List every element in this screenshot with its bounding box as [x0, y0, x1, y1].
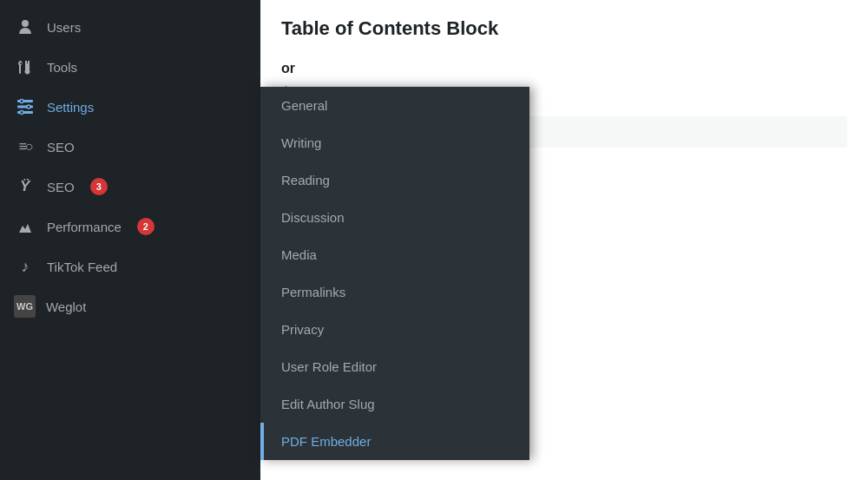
page-title: Table of Contents Block: [281, 17, 847, 40]
svg-point-3: [20, 100, 23, 103]
tools-icon: [14, 56, 36, 78]
sidebar-label-settings: Settings: [47, 100, 94, 115]
submenu-item-pdf-embedder[interactable]: PDF Embedder: [260, 423, 529, 460]
sidebar-item-performance[interactable]: Performance 2: [0, 207, 260, 247]
sidebar-label-weglot: Weglot: [46, 299, 86, 314]
sidebar-item-tiktok[interactable]: ♪ TikTok Feed: [0, 247, 260, 286]
submenu-item-writing[interactable]: Writing: [260, 124, 529, 161]
section-heading: or: [281, 61, 847, 76]
yoast-icon: Ÿ: [14, 175, 36, 198]
sidebar-label-users: Users: [47, 20, 81, 35]
sidebar-item-users[interactable]: Users: [0, 7, 260, 47]
performance-badge: 2: [137, 218, 155, 235]
sidebar-item-seo-yoast[interactable]: Ÿ SEO 3: [0, 167, 260, 207]
seo-top-icon: ≡○: [14, 135, 36, 158]
weglot-icon: WG: [14, 295, 36, 318]
sidebar-label-seo-yoast: SEO: [47, 180, 75, 194]
submenu-item-reading[interactable]: Reading: [260, 161, 529, 199]
sidebar-item-tools[interactable]: Tools: [0, 47, 260, 87]
submenu-item-edit-author-slug[interactable]: Edit Author Slug: [260, 385, 529, 423]
performance-icon: [14, 215, 36, 238]
users-icon: [14, 16, 36, 38]
sidebar-label-performance: Performance: [47, 220, 122, 234]
sidebar-label-seo-top: SEO: [47, 140, 75, 155]
submenu-item-privacy[interactable]: Privacy: [260, 311, 529, 348]
settings-icon: [14, 95, 36, 118]
sidebar: Users Tools Settings General: [0, 0, 260, 480]
svg-point-4: [27, 105, 30, 108]
sidebar-label-tiktok: TikTok Feed: [47, 260, 117, 274]
sidebar-label-tools: Tools: [47, 60, 77, 75]
settings-submenu: General Writing Reading Discussion Media…: [260, 87, 529, 460]
submenu-item-media[interactable]: Media: [260, 236, 529, 273]
submenu-item-permalinks[interactable]: Permalinks: [260, 273, 529, 311]
submenu-item-discussion[interactable]: Discussion: [260, 199, 529, 236]
tiktok-icon: ♪: [14, 255, 36, 278]
sidebar-item-seo-top[interactable]: ≡○ SEO: [0, 127, 260, 167]
seo-badge: 3: [90, 178, 108, 195]
submenu-item-user-role-editor[interactable]: User Role Editor: [260, 348, 529, 385]
submenu-item-general[interactable]: General: [260, 87, 529, 124]
sidebar-item-weglot[interactable]: WG Weglot: [0, 286, 260, 326]
svg-point-5: [20, 111, 23, 115]
sidebar-item-settings[interactable]: Settings General Writing Reading Discuss…: [0, 87, 260, 127]
